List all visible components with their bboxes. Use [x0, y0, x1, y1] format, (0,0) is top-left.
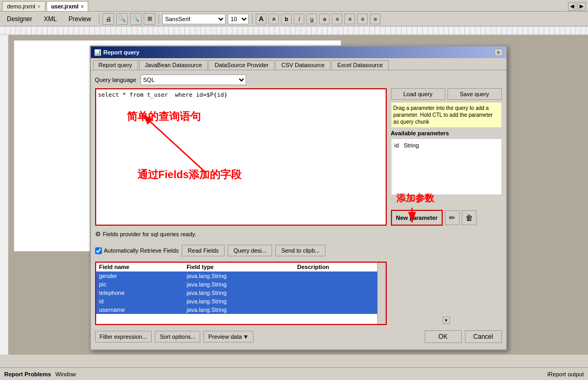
send-clipboard-button[interactable]: Send to clipb... [275, 245, 325, 256]
font-small-btn[interactable]: A [268, 14, 279, 24]
save-query-button[interactable]: Save query [447, 88, 502, 100]
table-cell-name: id [96, 297, 184, 305]
query-lang-label: Query language [95, 77, 136, 83]
dialog-body: Query language SQL select * from t_user … [91, 70, 506, 349]
tab-user[interactable]: user.jrxml × [46, 1, 89, 11]
table-cell-desc [294, 305, 386, 314]
fields-area: Field name Field type Description gender… [95, 262, 502, 325]
dialog-tab-javabean[interactable]: JavaBean Datasource [139, 60, 208, 70]
tab-user-close[interactable]: × [81, 4, 84, 10]
tab-user-label: user.jrxml [51, 3, 79, 10]
arrow-svg-2 [391, 197, 444, 229]
tab-demo[interactable]: demo.jrxml × [2, 1, 45, 11]
dialog-titlebar: 📊 Report query × [91, 47, 506, 58]
preview-data-label: Preview data [208, 333, 242, 340]
auto-retrieve-checkbox[interactable] [95, 247, 102, 254]
zoom-in-btn[interactable]: 🔍 [130, 13, 142, 25]
table-cell-type: java.lang.String [183, 280, 294, 289]
font-size-select[interactable]: 10 [228, 14, 249, 24]
table-row[interactable]: picjava.lang.String [96, 280, 386, 289]
zoom-fit-btn[interactable]: ⊞ [144, 13, 155, 25]
ok-button[interactable]: OK [425, 330, 462, 343]
auto-retrieve-row: Automatically Retrieve Fields [95, 247, 179, 254]
align-center-btn[interactable]: ≡ [344, 14, 355, 24]
underline-btn[interactable]: u [306, 14, 317, 24]
dialog-tab-report-query[interactable]: Report query [93, 60, 138, 70]
ruler-top [0, 26, 588, 35]
dialog-tab-datasource-provider[interactable]: DataSource Provider [209, 60, 274, 70]
col-field-desc: Description [294, 263, 386, 272]
action-row: Automatically Retrieve Fields Read Field… [95, 243, 502, 258]
table-cell-type: java.lang.String [183, 297, 294, 305]
fields-scroll-down[interactable]: ▼ [443, 317, 450, 324]
dialog-bottom-row: Filter expression... Sort options... Pre… [95, 328, 502, 345]
filter-row: Filter expression... Sort options... Pre… [95, 331, 254, 342]
rq-right: Load query Save query Drag a parameter i… [391, 88, 502, 226]
preview-data-button[interactable]: Preview data ▼ [203, 331, 253, 342]
load-query-button[interactable]: Load query [391, 88, 445, 100]
dialog-icon: 📊 [94, 49, 101, 56]
query-editor[interactable]: select * from t_user where id=$P{id} [95, 88, 387, 226]
align-right-btn[interactable]: ≡ [357, 14, 368, 24]
rq-split: select * from t_user where id=$P{id} [95, 88, 502, 226]
read-fields-button[interactable]: Read Fields [182, 245, 225, 256]
align-left-btn[interactable]: ≡ [332, 14, 342, 24]
ruler-canvas [0, 26, 588, 34]
designer-tab[interactable]: Designer [2, 14, 37, 24]
table-cell-name: pic [96, 280, 184, 289]
sort-options-button[interactable]: Sort options... [155, 331, 200, 342]
col-field-name: Field name [96, 263, 184, 272]
tab-scroll-right[interactable]: ▶ [577, 2, 586, 11]
bold-btn[interactable]: b [281, 14, 292, 24]
zoom-out-btn[interactable]: 🔍 [116, 13, 128, 25]
dialog-tabs: Report query JavaBean Datasource DataSou… [91, 58, 506, 70]
available-params-label: Available parameters [391, 130, 502, 136]
param-id-name: id [395, 142, 399, 149]
table-row[interactable]: idjava.lang.String [96, 297, 386, 305]
table-scrollbar[interactable] [377, 263, 386, 324]
param-item-id[interactable]: id String [394, 141, 499, 150]
dialog-close-button[interactable]: × [494, 49, 503, 56]
status-icon: ⚙ [95, 230, 101, 238]
rq-left: select * from t_user where id=$P{id} [95, 88, 387, 226]
table-cell-type: java.lang.String [183, 272, 294, 281]
tab-demo-label: demo.jrxml [7, 3, 35, 10]
query-designer-button[interactable]: Query desi... [228, 245, 272, 256]
main-area: 📊 Report query × Report query JavaBean D… [0, 35, 588, 355]
fields-left: Field name Field type Description gender… [95, 262, 387, 325]
table-cell-type: java.lang.String [183, 305, 294, 314]
dialog-title: 📊 Report query [94, 49, 139, 56]
font-name-select[interactable]: SansSerif [162, 14, 226, 24]
table-row[interactable]: usernamejava.lang.String [96, 305, 386, 314]
load-save-row: Load query Save query [391, 88, 502, 100]
tab-scroll: ◀ ▶ [568, 2, 586, 11]
toolbar-sep-3 [252, 14, 253, 24]
toolbar-sep-1 [99, 14, 99, 24]
table-row[interactable]: genderjava.lang.String [96, 272, 386, 281]
cancel-button[interactable]: Cancel [465, 330, 502, 343]
table-cell-name: telephone [96, 289, 184, 297]
table-row[interactable]: telephonejava.lang.String [96, 289, 386, 297]
hint-box: Drag a parameter into the query to add a… [391, 102, 502, 128]
tab-scroll-left[interactable]: ◀ [568, 2, 576, 11]
font-large-btn[interactable]: A [256, 14, 266, 24]
table-cell-desc [294, 272, 386, 281]
tab-bar: demo.jrxml × user.jrxml × ◀ ▶ [0, 0, 588, 12]
print-btn[interactable]: 🖨 [102, 13, 114, 25]
preview-tab[interactable]: Preview [64, 14, 96, 24]
table-cell-name: username [96, 305, 184, 314]
query-lang-select[interactable]: SQL [141, 75, 246, 85]
dialog-tab-csv[interactable]: CSV Datasource [275, 60, 330, 70]
table-cell-desc [294, 280, 386, 289]
canvas-area: 📊 Report query × Report query JavaBean D… [8, 35, 588, 355]
italic-btn[interactable]: i [294, 14, 304, 24]
dialog-overlay: 📊 Report query × Report query JavaBean D… [8, 35, 588, 355]
toolbar-sep-2 [158, 14, 159, 24]
strikethrough-btn[interactable]: s [319, 14, 330, 24]
align-justify-btn[interactable]: ≡ [370, 14, 380, 24]
filter-expression-button[interactable]: Filter expression... [95, 331, 152, 342]
dialog-tab-excel[interactable]: Excel Datasource [331, 60, 388, 70]
xml-tab[interactable]: XML [39, 14, 62, 24]
query-lang-row: Query language SQL [95, 75, 502, 85]
tab-demo-close[interactable]: × [38, 4, 41, 10]
